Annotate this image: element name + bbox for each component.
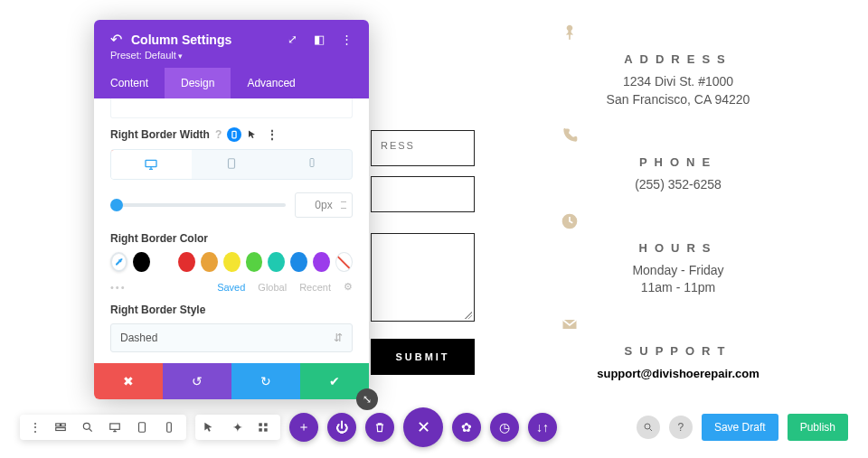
swatch-amber[interactable] (201, 252, 218, 272)
more-icon[interactable]: ⋮ (341, 33, 353, 46)
undo-button[interactable]: ↺ (163, 363, 231, 399)
address-heading: ADDRESS (561, 52, 796, 66)
wireframe-icon[interactable] (54, 421, 71, 434)
view-desktop-icon[interactable] (108, 421, 125, 434)
form-textarea[interactable] (371, 233, 475, 322)
svg-rect-10 (139, 423, 146, 433)
tab-design[interactable]: Design (165, 68, 231, 98)
eyedropper-button[interactable] (110, 252, 127, 272)
border-style-select[interactable]: Dashed ⇵ (110, 323, 353, 352)
phone-heading: PHONE (561, 155, 796, 169)
swatch-purple[interactable] (313, 252, 330, 272)
form-email-field[interactable]: RESS (371, 130, 475, 166)
svg-rect-11 (167, 423, 172, 433)
expand-icon[interactable]: ⤢ (288, 33, 297, 46)
submit-button[interactable]: SUBMIT (371, 339, 475, 375)
svg-rect-15 (264, 428, 268, 432)
cursor-icon[interactable] (247, 129, 258, 140)
back-icon[interactable]: ↶ (110, 31, 122, 48)
svg-rect-13 (264, 423, 268, 426)
color-swatches (110, 252, 353, 272)
device-tablet[interactable] (192, 150, 272, 179)
click-mode-icon[interactable] (203, 421, 219, 434)
device-phone[interactable] (271, 150, 352, 179)
menu-icon[interactable]: ⋮ (27, 420, 43, 435)
modal-actions: ✖ ↺ ↻ ✔ (94, 363, 369, 399)
palette-settings-icon[interactable]: ⚙ (344, 281, 353, 293)
svg-rect-1 (232, 131, 236, 138)
settings-button[interactable]: ✿ (452, 413, 481, 442)
sort-button[interactable]: ↓↑ (528, 413, 557, 442)
tab-advanced[interactable]: Advanced (231, 68, 311, 98)
toolbar-group-middle: ✦ (195, 415, 280, 440)
modal-title: Column Settings (131, 33, 288, 47)
trash-button[interactable] (365, 413, 394, 442)
power-button[interactable]: ⏻ (327, 413, 356, 442)
border-width-input[interactable]: 0px (295, 192, 353, 218)
pin-icon (561, 23, 796, 42)
view-tablet-icon[interactable] (136, 421, 152, 434)
preset-dropdown[interactable]: Preset: Default (110, 50, 353, 61)
select-chevron-icon: ⇵ (334, 332, 343, 344)
redo-button[interactable]: ↻ (231, 363, 300, 399)
border-color-label: Right Border Color (110, 232, 353, 245)
modal-header: ↶ Column Settings ⤢ ◧ ⋮ Preset: Default (94, 20, 369, 68)
grid-mode-icon[interactable] (257, 421, 273, 434)
palette-tab-global[interactable]: Global (258, 282, 287, 293)
svg-rect-6 (61, 424, 66, 426)
contact-column: ADDRESS 1234 Divi St. #1000San Francisco… (561, 23, 796, 381)
device-phone-icon[interactable] (227, 127, 241, 142)
cancel-button[interactable]: ✖ (94, 363, 163, 399)
svg-rect-3 (229, 159, 235, 169)
view-phone-icon[interactable] (163, 421, 179, 434)
svg-rect-14 (259, 428, 262, 432)
palette-tab-recent[interactable]: Recent (299, 282, 331, 293)
hours-text: Monday - Friday11am - 11pm (561, 262, 796, 297)
save-draft-button[interactable]: Save Draft (702, 414, 778, 441)
swatch-yellow[interactable] (223, 252, 241, 272)
toolbar-group-left: ⋮ (20, 415, 186, 440)
swatch-teal[interactable] (268, 252, 285, 272)
svg-rect-2 (146, 160, 156, 166)
swatch-white[interactable] (156, 252, 173, 272)
zoom-icon[interactable] (81, 421, 98, 434)
swatch-red[interactable] (178, 252, 195, 272)
search-fab[interactable] (637, 416, 660, 439)
history-button[interactable]: ◷ (490, 413, 519, 442)
more-colors-icon[interactable]: ••• (110, 282, 127, 293)
border-width-slider[interactable] (110, 203, 286, 207)
add-button[interactable]: ＋ (289, 413, 318, 442)
collapsed-section (110, 98, 353, 118)
tab-content[interactable]: Content (94, 68, 165, 98)
hover-mode-icon[interactable]: ✦ (230, 420, 246, 435)
phone-icon (561, 126, 796, 145)
mail-icon (561, 315, 796, 333)
border-style-value: Dashed (120, 332, 157, 344)
slider-knob[interactable] (110, 199, 123, 211)
swatch-green[interactable] (246, 252, 263, 272)
svg-point-8 (83, 423, 90, 429)
help-icon[interactable]: ? (215, 128, 222, 141)
panel-icon[interactable]: ◧ (314, 33, 325, 46)
placeholder-fragment: RESS (381, 140, 415, 151)
svg-rect-4 (310, 159, 314, 167)
svg-rect-12 (259, 423, 262, 426)
help-fab[interactable]: ? (669, 416, 693, 439)
form-field[interactable] (371, 176, 475, 212)
svg-rect-7 (56, 428, 66, 431)
phone-text: (255) 352-6258 (561, 176, 796, 194)
close-builder-button[interactable]: ✕ (403, 407, 443, 447)
swatch-black[interactable] (133, 252, 150, 272)
palette-tab-saved[interactable]: Saved (217, 282, 245, 293)
support-email-link[interactable]: support@divishoerepair.com (597, 367, 760, 380)
device-desktop[interactable] (111, 150, 192, 179)
swatch-none[interactable] (335, 252, 353, 272)
border-style-label: Right Border Style (110, 304, 353, 316)
modal-tabs: Content Design Advanced (94, 68, 369, 98)
clock-icon (561, 212, 796, 230)
option-dots-icon[interactable]: ⋮ (267, 128, 278, 141)
publish-button[interactable]: Publish (788, 414, 848, 441)
svg-rect-9 (110, 424, 120, 429)
column-settings-modal: ↶ Column Settings ⤢ ◧ ⋮ Preset: Default … (94, 20, 369, 399)
swatch-blue[interactable] (290, 252, 307, 272)
